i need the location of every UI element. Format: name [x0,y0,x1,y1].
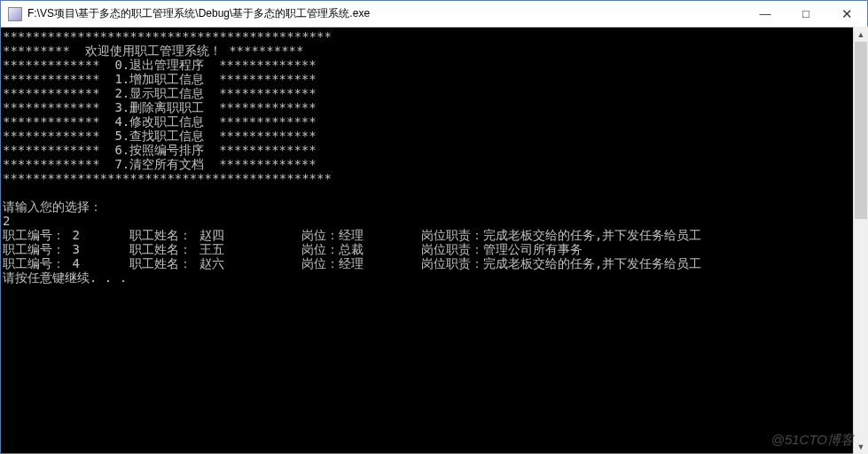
console-output[interactable]: ****************************************… [1,27,867,453]
maximize-button[interactable]: □ [786,1,826,27]
menu-item-5: ************* 5.查找职工信息 ************* [3,129,317,143]
menu-border-top: ****************************************… [3,29,332,43]
menu-item-6: ************* 6.按照编号排序 ************* [3,143,317,157]
scroll-down-icon[interactable]: ▼ [854,439,868,454]
menu-border-bottom: ****************************************… [3,171,332,185]
table-row: 职工编号： 3 职工姓名： 王五 岗位：总裁 岗位职责：管理公司所有事务 [3,242,583,256]
vertical-scrollbar[interactable]: ▲ ▼ [853,27,868,454]
titlebar[interactable]: F:\VS项目\基于多态的职工管理系统\Debug\基于多态的职工管理系统.ex… [1,1,867,27]
minimize-button[interactable]: — [745,1,786,27]
window-title: F:\VS项目\基于多态的职工管理系统\Debug\基于多态的职工管理系统.ex… [27,6,745,21]
scroll-up-icon[interactable]: ▲ [854,27,868,42]
menu-item-3: ************* 3.删除离职职工 ************* [3,100,317,114]
menu-item-7: ************* 7.清空所有文档 ************* [3,157,317,171]
table-row: 职工编号： 2 职工姓名： 赵四 岗位：经理 岗位职责：完成老板交给的任务,并下… [3,228,701,242]
close-button[interactable]: ✕ [826,1,867,27]
window-controls: — □ ✕ [745,1,867,27]
scroll-thumb[interactable] [855,42,867,219]
menu-welcome: ********* 欢迎使用职工管理系统！ ********** [3,43,303,58]
input-prompt: 请输入您的选择： [3,200,102,214]
menu-item-1: ************* 1.增加职工信息 ************* [3,72,317,86]
user-input: 2 [3,214,10,228]
menu-item-2: ************* 2.显示职工信息 ************* [3,86,317,100]
menu-item-4: ************* 4.修改职工信息 ************* [3,114,317,129]
menu-item-0: ************* 0.退出管理程序 ************* [3,58,317,72]
app-window: F:\VS项目\基于多态的职工管理系统\Debug\基于多态的职工管理系统.ex… [0,0,868,454]
watermark: @51CTO博客 [771,432,854,449]
table-row: 职工编号： 4 职工姓名： 赵六 岗位：经理 岗位职责：完成老板交给的任务,并下… [3,256,701,270]
continue-prompt: 请按任意键继续. . . [3,270,127,285]
app-icon [8,7,22,21]
